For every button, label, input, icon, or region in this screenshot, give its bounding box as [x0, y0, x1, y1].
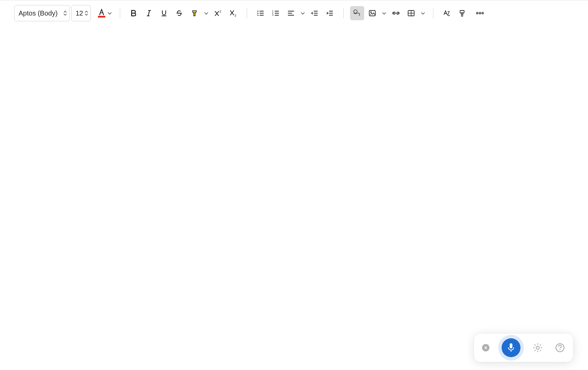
- svg-text:2: 2: [219, 10, 221, 13]
- strikethrough-button[interactable]: [172, 6, 186, 20]
- superscript-button[interactable]: 2: [211, 6, 225, 20]
- align-left-icon: [287, 9, 295, 17]
- svg-point-50: [536, 346, 539, 349]
- svg-rect-42: [461, 15, 463, 16]
- insert-picture-button[interactable]: [365, 6, 379, 20]
- svg-line-2: [148, 10, 150, 16]
- svg-rect-48: [510, 343, 512, 348]
- font-color-button[interactable]: [97, 7, 106, 19]
- highlight-dropdown[interactable]: [203, 10, 210, 16]
- dictate-button[interactable]: [350, 6, 364, 20]
- font-size-select[interactable]: 12: [71, 5, 91, 21]
- increase-indent-button[interactable]: [323, 6, 337, 20]
- microphone-icon: [507, 343, 515, 353]
- dictation-close-button[interactable]: [482, 344, 489, 351]
- subscript-icon: 2: [229, 9, 237, 17]
- superscript-icon: 2: [214, 9, 222, 17]
- font-family-select[interactable]: Aptos (Body): [14, 5, 70, 21]
- toolbar-separator: [343, 8, 344, 18]
- stepper-icon: [84, 10, 88, 16]
- toolbar-separator: [433, 8, 433, 18]
- toolbar-separator: [120, 8, 120, 18]
- more-horizontal-icon: [475, 9, 485, 17]
- svg-point-44: [479, 12, 481, 14]
- align-dropdown[interactable]: [299, 10, 306, 16]
- svg-line-56: [540, 350, 541, 351]
- paintbrush-icon: [458, 9, 466, 17]
- link-icon: [392, 9, 400, 17]
- increase-indent-icon: [326, 9, 334, 17]
- toolbar-separator: [247, 8, 247, 18]
- svg-point-45: [482, 12, 484, 14]
- decrease-indent-button[interactable]: [308, 6, 322, 20]
- bulleted-list-icon: [257, 9, 265, 17]
- font-color-group: [97, 7, 113, 19]
- svg-point-43: [477, 12, 478, 14]
- font-size-value: 12: [76, 9, 83, 17]
- dictation-panel: [474, 334, 573, 362]
- close-icon: [484, 346, 487, 349]
- svg-point-12: [257, 10, 258, 11]
- more-options-button[interactable]: [473, 6, 487, 20]
- table-dropdown[interactable]: [419, 10, 427, 16]
- italic-icon: [145, 9, 153, 17]
- svg-point-34: [371, 12, 372, 13]
- highlighter-icon: [190, 9, 198, 17]
- svg-rect-38: [460, 10, 464, 13]
- underline-button[interactable]: [157, 6, 171, 20]
- subscript-button[interactable]: 2: [226, 6, 240, 20]
- insert-table-button[interactable]: [404, 6, 418, 20]
- svg-text:2: 2: [235, 14, 236, 17]
- styles-button[interactable]: [440, 6, 454, 20]
- dictation-settings-button[interactable]: [533, 343, 543, 353]
- dictation-help-button[interactable]: [555, 343, 565, 353]
- svg-line-57: [540, 345, 541, 346]
- highlight-button[interactable]: [187, 6, 202, 20]
- font-family-value: Aptos (Body): [19, 9, 58, 17]
- font-color-dropdown[interactable]: [106, 10, 113, 16]
- bold-icon: [130, 9, 137, 17]
- insert-link-button[interactable]: [389, 6, 403, 20]
- svg-line-58: [535, 350, 536, 351]
- help-icon: [555, 343, 565, 353]
- format-painter-button[interactable]: [455, 6, 469, 20]
- svg-point-16: [257, 15, 258, 16]
- italic-button[interactable]: [142, 6, 156, 20]
- styles-icon: [443, 9, 451, 17]
- font-color-a-icon: [98, 9, 105, 16]
- font-color-swatch: [98, 16, 105, 18]
- underline-icon: [160, 9, 168, 17]
- picture-dropdown[interactable]: [380, 10, 388, 16]
- dictate-mic-icon: [353, 9, 361, 17]
- picture-icon: [368, 9, 376, 17]
- formatting-toolbar: Aptos (Body) 12: [0, 0, 588, 26]
- bold-button[interactable]: [127, 6, 141, 20]
- gear-icon: [533, 343, 543, 353]
- svg-point-60: [560, 349, 561, 350]
- bulleted-list-button[interactable]: [253, 6, 268, 20]
- stepper-icon: [63, 10, 67, 16]
- decrease-indent-icon: [311, 9, 319, 17]
- numbered-list-button[interactable]: 1 2 3: [269, 6, 283, 20]
- svg-rect-33: [369, 10, 375, 16]
- numbered-list-icon: 1 2 3: [272, 9, 280, 17]
- svg-point-14: [257, 12, 258, 14]
- svg-line-55: [535, 345, 536, 346]
- strikethrough-icon: [176, 9, 183, 17]
- align-button[interactable]: [284, 6, 298, 20]
- dictation-mic-button[interactable]: [502, 338, 520, 357]
- table-icon: [407, 9, 415, 17]
- svg-text:3: 3: [272, 14, 273, 16]
